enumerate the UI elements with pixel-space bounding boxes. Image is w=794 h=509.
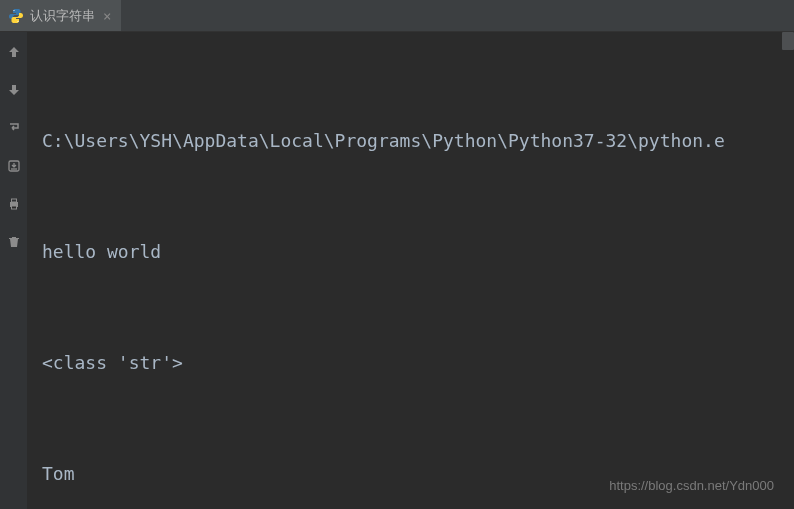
main-area: C:\Users\YSH\AppData\Local\Programs\Pyth… <box>0 32 794 509</box>
tab-bar: 认识字符串 × <box>0 0 794 32</box>
print-icon[interactable] <box>6 196 22 212</box>
svg-rect-5 <box>11 199 16 202</box>
console-output: C:\Users\YSH\AppData\Local\Programs\Pyth… <box>28 32 794 509</box>
arrow-up-icon[interactable] <box>6 44 22 60</box>
console-line: C:\Users\YSH\AppData\Local\Programs\Pyth… <box>42 122 784 159</box>
arrow-return-icon[interactable] <box>6 120 22 136</box>
tab-title: 认识字符串 <box>30 7 95 25</box>
close-icon[interactable]: × <box>101 8 113 24</box>
tab-console[interactable]: 认识字符串 × <box>0 0 121 31</box>
svg-rect-6 <box>11 206 16 209</box>
console-line: <class 'str'> <box>42 344 784 381</box>
download-icon[interactable] <box>6 158 22 174</box>
svg-point-0 <box>13 9 14 10</box>
svg-point-1 <box>17 20 18 21</box>
scrollbar-thumb[interactable] <box>782 32 794 50</box>
trash-icon[interactable] <box>6 234 22 250</box>
gutter <box>0 32 28 509</box>
python-file-icon <box>8 8 24 24</box>
arrow-step-icon[interactable] <box>6 82 22 98</box>
watermark: https://blog.csdn.net/Ydn000 <box>609 478 774 493</box>
console-line: hello world <box>42 233 784 270</box>
